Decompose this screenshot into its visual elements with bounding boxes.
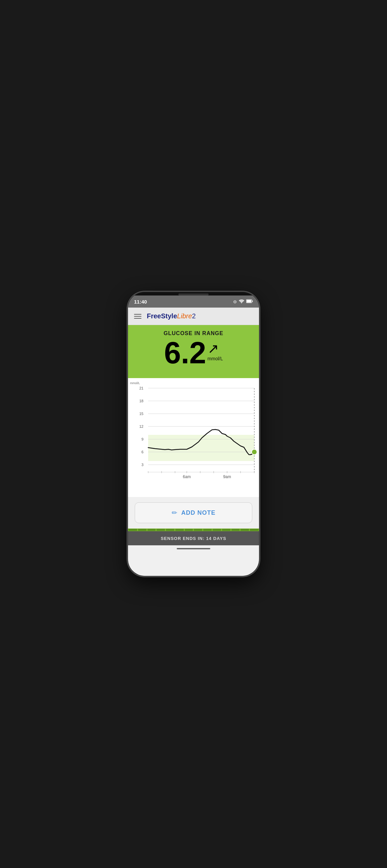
svg-text:6am: 6am bbox=[183, 474, 190, 479]
home-indicator bbox=[128, 545, 259, 551]
logo-freestyle: FreeStyle bbox=[147, 312, 177, 320]
app-logo: FreeStyle Libre 2 bbox=[147, 312, 196, 320]
svg-text:6: 6 bbox=[142, 450, 144, 454]
chart-y-label: mmol/L bbox=[130, 381, 140, 385]
svg-point-32 bbox=[251, 449, 257, 455]
logo-2: 2 bbox=[192, 312, 196, 320]
svg-text:21: 21 bbox=[140, 386, 144, 390]
svg-rect-2 bbox=[246, 300, 251, 303]
hamburger-menu-button[interactable] bbox=[134, 314, 142, 319]
svg-text:12: 12 bbox=[140, 425, 144, 429]
svg-text:9: 9 bbox=[142, 437, 144, 441]
notch-bar bbox=[128, 292, 259, 296]
glucose-unit: mmol/L bbox=[208, 356, 223, 361]
glucose-arrow-unit: ↗ mmol/L bbox=[208, 338, 223, 361]
add-note-label: ADD NOTE bbox=[181, 509, 216, 517]
svg-rect-3 bbox=[252, 301, 253, 302]
glucose-value-row: 6.2 ↗ mmol/L bbox=[135, 338, 252, 368]
glucose-label: GLUCOSE IN RANGE bbox=[135, 331, 252, 337]
pencil-icon: ✏ bbox=[172, 509, 177, 517]
status-icons: ⊖ bbox=[233, 299, 253, 304]
svg-point-0 bbox=[241, 302, 242, 303]
glucose-chart: 21 18 15 12 9 6 3 bbox=[128, 381, 259, 496]
glucose-value: 6.2 bbox=[164, 338, 206, 368]
chart-container: mmol/L 21 18 15 12 9 bbox=[128, 378, 259, 497]
wifi-icon bbox=[239, 299, 244, 304]
status-bar: 11:40 ⊖ bbox=[128, 296, 259, 308]
bottom-section: ✏ ADD NOTE bbox=[128, 497, 259, 529]
notch bbox=[178, 293, 209, 296]
svg-text:9am: 9am bbox=[223, 474, 231, 479]
svg-text:3: 3 bbox=[142, 463, 144, 467]
home-bar bbox=[177, 548, 210, 549]
sensor-dots-bar bbox=[128, 529, 259, 531]
do-not-disturb-icon: ⊖ bbox=[233, 299, 237, 304]
add-note-button[interactable]: ✏ ADD NOTE bbox=[135, 502, 252, 523]
sensor-bar: SENSOR ENDS IN: 14 DAYS bbox=[128, 531, 259, 545]
glucose-banner: GLUCOSE IN RANGE 6.2 ↗ mmol/L bbox=[128, 325, 259, 378]
svg-text:15: 15 bbox=[140, 412, 144, 416]
battery-icon bbox=[246, 299, 253, 304]
glucose-trend-arrow: ↗ bbox=[208, 342, 219, 355]
app-header: FreeStyle Libre 2 bbox=[128, 308, 259, 325]
logo-libre: Libre bbox=[177, 312, 192, 320]
svg-text:18: 18 bbox=[140, 399, 144, 403]
phone-frame: 11:40 ⊖ bbox=[128, 292, 259, 576]
phone-screen: 11:40 ⊖ bbox=[128, 296, 259, 576]
sensor-status-text: SENSOR ENDS IN: 14 DAYS bbox=[160, 536, 226, 541]
status-time: 11:40 bbox=[134, 299, 147, 305]
